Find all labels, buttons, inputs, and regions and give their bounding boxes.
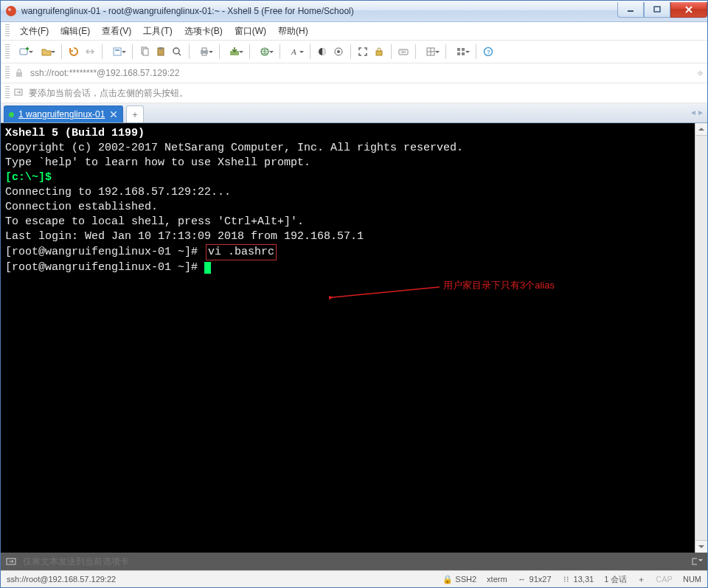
tab-next-icon[interactable]: ▸ — [698, 107, 703, 117]
status-ssh: 🔒SSH2 — [443, 575, 476, 584]
grip-icon — [5, 66, 10, 80]
menu-file[interactable]: 文件(F) — [14, 23, 55, 40]
app-window: wangruifenglinux-01 - root@wangruifengli… — [0, 0, 708, 588]
svg-rect-6 — [115, 49, 119, 51]
tip-arrow-icon[interactable] — [14, 87, 24, 100]
status-pos: ⁝⁝13,31 — [562, 575, 594, 584]
separator — [280, 44, 280, 59]
menu-view[interactable]: 查看(V) — [96, 23, 137, 40]
maximize-button[interactable] — [644, 2, 670, 18]
scroll-up-icon[interactable] — [695, 123, 707, 136]
separator — [476, 44, 476, 59]
size-icon: ↔ — [518, 575, 527, 584]
tipbar-text: 要添加当前会话，点击左侧的箭头按钮。 — [29, 87, 188, 100]
copy-button[interactable] — [137, 44, 152, 59]
lock-button[interactable] — [372, 44, 386, 59]
command-highlight: vi .bashrc — [206, 244, 277, 260]
terminal-scrollbar[interactable] — [695, 123, 707, 553]
scroll-down-icon[interactable] — [695, 540, 707, 553]
tab-close-icon[interactable] — [109, 110, 118, 119]
help-button[interactable]: ? — [481, 44, 496, 59]
status-term: xterm — [487, 575, 507, 584]
terminal-line: Xshell 5 (Build 1199) — [5, 127, 145, 139]
addressbar-pin-icon[interactable]: ⎆ — [698, 68, 703, 78]
add-tab-button[interactable]: ＋ — [126, 106, 144, 122]
pos-icon: ⁝⁝ — [562, 575, 571, 584]
titlebar[interactable]: wangruifenglinux-01 - root@wangruifengli… — [1, 1, 707, 22]
separator — [445, 44, 446, 59]
app-icon — [5, 5, 17, 17]
tile-button[interactable] — [451, 44, 471, 59]
cursor-icon — [204, 262, 211, 274]
menubar: 文件(F) 编辑(E) 查看(V) 工具(T) 选项卡(B) 窗口(W) 帮助(… — [1, 22, 707, 41]
svg-rect-3 — [654, 7, 660, 12]
terminal-line: Type `help' to learn how to use Xshell p… — [5, 156, 703, 170]
fullscreen-button[interactable] — [355, 44, 370, 59]
print-button[interactable] — [194, 44, 215, 59]
compose-send-icon[interactable] — [5, 556, 17, 567]
compose-input[interactable] — [21, 556, 687, 567]
svg-rect-13 — [202, 48, 206, 51]
properties-button[interactable] — [107, 44, 128, 59]
terminal-line: Connecting to 192.168.57.129:22... — [5, 185, 703, 200]
minimize-button[interactable] — [617, 2, 644, 18]
reconnect-button[interactable] — [66, 44, 81, 59]
keyboard-button[interactable] — [396, 44, 411, 59]
font-button[interactable]: A — [285, 44, 305, 59]
svg-rect-21 — [376, 51, 382, 55]
svg-rect-25 — [462, 48, 465, 51]
tab-prev-icon[interactable]: ◂ — [691, 107, 695, 117]
addressbar: ⎆ — [1, 63, 707, 83]
transfer-button[interactable] — [224, 44, 245, 59]
separator — [102, 44, 103, 59]
separator — [61, 44, 62, 59]
lock-icon — [14, 68, 24, 78]
tabbar: 1 wangruifenglinux-01 ＋ ◂ ▸ — [1, 103, 707, 123]
compose-target-button[interactable] — [691, 556, 703, 567]
compose-bar — [1, 553, 707, 570]
menu-tools[interactable]: 工具(T) — [137, 23, 178, 40]
toolbar: A ? — [1, 41, 707, 63]
new-session-button[interactable] — [14, 44, 35, 59]
disconnect-button[interactable] — [83, 44, 97, 59]
paste-button[interactable] — [153, 44, 168, 59]
grip-icon — [5, 86, 10, 100]
grip-icon — [5, 24, 10, 38]
tab-nav: ◂ ▸ — [691, 107, 703, 117]
svg-text:A: A — [291, 47, 296, 56]
close-button[interactable] — [670, 2, 707, 18]
tab-session-1[interactable]: 1 wangruifenglinux-01 — [4, 106, 123, 122]
find-button[interactable] — [170, 44, 184, 59]
web-button[interactable] — [254, 44, 275, 59]
svg-rect-5 — [114, 48, 121, 55]
tab-label: 1 wangruifenglinux-01 — [18, 109, 105, 120]
menu-help[interactable]: 帮助(H) — [272, 23, 314, 40]
menu-window[interactable]: 窗口(W) — [229, 23, 272, 40]
lock-icon: 🔒 — [443, 575, 452, 584]
status-size: ↔91x27 — [518, 575, 552, 584]
svg-point-11 — [173, 48, 179, 54]
color-scheme-button[interactable] — [315, 44, 330, 59]
tipbar: 要添加当前会话，点击左侧的箭头按钮。 — [1, 83, 707, 103]
shell-prompt: [root@wangruifenglinux-01 ~]# — [5, 261, 198, 274]
terminal[interactable]: Xshell 5 (Build 1199) Copyright (c) 2002… — [1, 123, 707, 553]
separator — [391, 44, 392, 59]
menu-edit[interactable]: 编辑(E) — [55, 23, 96, 40]
address-input[interactable] — [29, 67, 693, 79]
svg-rect-10 — [159, 47, 162, 49]
statusbar: ssh://root@192.168.57.129:22 🔒SSH2 xterm… — [1, 570, 707, 587]
layout-button[interactable] — [420, 44, 441, 59]
annotation-text: 用户家目录下只有3个alias — [443, 278, 555, 293]
svg-point-20 — [337, 50, 340, 53]
terminal-line: Last login: Wed Jan 10 17:13:09 2018 fro… — [5, 229, 703, 244]
separator — [310, 44, 310, 59]
highlight-button[interactable] — [331, 44, 346, 59]
svg-rect-34 — [693, 558, 697, 564]
menu-tabs[interactable]: 选项卡(B) — [178, 23, 229, 40]
svg-rect-8 — [143, 49, 148, 55]
separator — [415, 44, 416, 59]
tab-status-icon — [9, 112, 14, 117]
open-session-button[interactable] — [36, 44, 57, 59]
svg-rect-2 — [628, 10, 634, 12]
status-plus-icon[interactable]: ＋ — [637, 574, 645, 585]
